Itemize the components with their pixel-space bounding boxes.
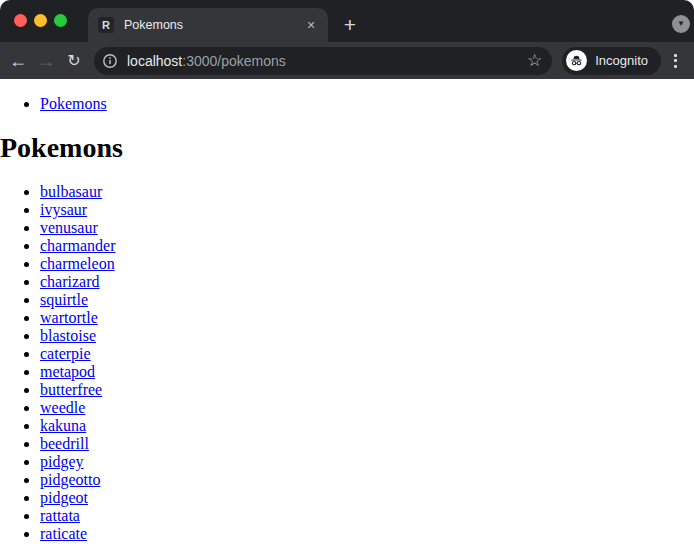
browser-toolbar: ← → ↻ localhost:3000/pokemons ☆ (0, 42, 694, 79)
pokemon-link[interactable]: pidgeotto (40, 471, 100, 488)
site-info-icon[interactable] (102, 53, 118, 69)
incognito-chip[interactable]: Incognito (562, 47, 661, 75)
url-text: localhost:3000/pokemons (127, 53, 286, 69)
pokemon-link[interactable]: blastoise (40, 327, 96, 344)
pokemon-link[interactable]: charmeleon (40, 255, 115, 272)
pokemon-list-item: charizard (40, 273, 694, 291)
pokemon-list-item: venusaur (40, 219, 694, 237)
nav-link-pokemons[interactable]: Pokemons (40, 95, 107, 112)
pokemon-list-item: kakuna (40, 417, 694, 435)
pokemon-link[interactable]: metapod (40, 363, 95, 380)
pokemon-list-item: weedle (40, 399, 694, 417)
back-button[interactable]: ← (4, 47, 32, 75)
pokemon-link[interactable]: pidgey (40, 453, 84, 470)
pokemon-list-item: bulbasaur (40, 183, 694, 201)
browser-menu-button[interactable] (664, 47, 686, 75)
pokemon-link[interactable]: beedrill (40, 435, 89, 452)
pokemon-link[interactable]: charizard (40, 273, 100, 290)
menu-dot-icon (674, 65, 677, 68)
pokemon-link[interactable]: wartortle (40, 309, 98, 326)
pokemon-link[interactable]: raticate (40, 525, 87, 542)
chevron-down-icon: ▼ (677, 20, 685, 28)
new-tab-button[interactable]: + (337, 11, 363, 37)
pokemon-link[interactable]: weedle (40, 399, 85, 416)
pokemon-list-item: butterfree (40, 381, 694, 399)
menu-dot-icon (674, 54, 677, 57)
pokemon-list-item: squirtle (40, 291, 694, 309)
nav-list-item: Pokemons (40, 95, 694, 113)
pokemon-list-item: charmander (40, 237, 694, 255)
pokemon-link[interactable]: caterpie (40, 345, 91, 362)
pokemon-list-item: pidgey (40, 453, 694, 471)
address-bar[interactable]: localhost:3000/pokemons ☆ (94, 47, 552, 75)
pokemon-link[interactable]: bulbasaur (40, 183, 102, 200)
tab-overflow-button[interactable]: ▼ (672, 15, 690, 33)
site-favicon-icon: R (98, 17, 114, 33)
pokemon-link[interactable]: rattata (40, 507, 80, 524)
refresh-button[interactable]: ↻ (60, 47, 88, 75)
pokemon-list-item: rattata (40, 507, 694, 525)
incognito-label: Incognito (595, 53, 648, 68)
pokemon-list-item: raticate (40, 525, 694, 543)
pokemon-link-list: bulbasaur ivysaur venusaur charmander ch… (0, 183, 694, 543)
minimize-window-button[interactable] (34, 14, 47, 27)
zoom-window-button[interactable] (54, 14, 67, 27)
url-path: :3000/pokemons (182, 53, 286, 69)
bookmark-star-icon[interactable]: ☆ (527, 52, 542, 69)
url-host: localhost (127, 53, 182, 69)
pokemon-list-item: caterpie (40, 345, 694, 363)
pokemon-list-item: ivysaur (40, 201, 694, 219)
tab-title: Pokemons (124, 18, 302, 32)
traffic-lights (14, 14, 67, 27)
pokemon-link[interactable]: charmander (40, 237, 116, 254)
pokemon-link[interactable]: butterfree (40, 381, 102, 398)
pokemon-link[interactable]: squirtle (40, 291, 88, 308)
menu-dot-icon (674, 59, 677, 62)
incognito-avatar (566, 50, 587, 71)
page-content: Pokemons Pokemons bulbasaur ivysaur venu… (0, 79, 694, 556)
pokemon-list-item: blastoise (40, 327, 694, 345)
forward-button[interactable]: → (32, 47, 60, 75)
pokemon-list-item: pidgeot (40, 489, 694, 507)
tab-strip: R Pokemons ✕ + ▼ (0, 0, 694, 42)
pokemon-list-item: beedrill (40, 435, 694, 453)
nav-link-list: Pokemons (0, 95, 694, 113)
pokemon-link[interactable]: ivysaur (40, 201, 87, 218)
page-title: Pokemons (0, 132, 694, 164)
pokemon-link[interactable]: kakuna (40, 417, 86, 434)
pokemon-link[interactable]: venusaur (40, 219, 98, 236)
pokemon-list-item: metapod (40, 363, 694, 381)
browser-window: R Pokemons ✕ + ▼ ← → ↻ localhost:3000/po… (0, 0, 694, 556)
pokemon-list-item: wartortle (40, 309, 694, 327)
pokemon-list-item: charmeleon (40, 255, 694, 273)
pokemon-link[interactable]: pidgeot (40, 489, 88, 506)
close-window-button[interactable] (14, 14, 27, 27)
close-tab-icon[interactable]: ✕ (302, 16, 320, 34)
pokemon-list-item: pidgeotto (40, 471, 694, 489)
tab-pokemons[interactable]: R Pokemons ✕ (88, 8, 328, 42)
